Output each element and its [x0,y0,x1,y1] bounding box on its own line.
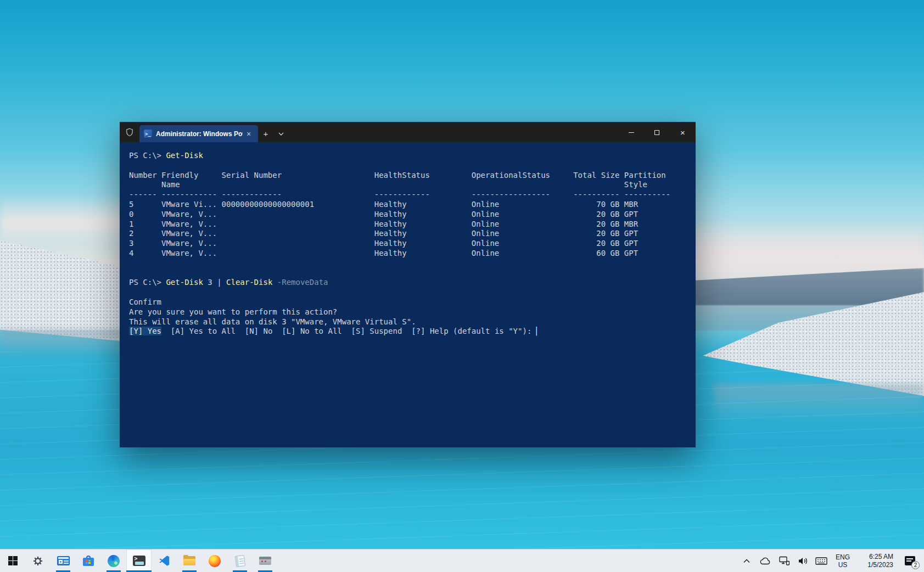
maximize-button[interactable] [644,122,670,143]
close-button[interactable]: × [670,122,696,143]
notification-badge: 2 [911,561,920,569]
terminal-line: PS C:\> Get-Disk 3 | Clear-Disk -RemoveD… [129,278,696,288]
tray-onedrive-button[interactable] [756,549,775,572]
taskbar-settings-button[interactable] [25,549,51,572]
table-row: 2 VMware, V... Healthy Online 20 GB GPT [129,229,638,238]
terminal-line: This will erase all data on disk 3 "VMwa… [129,317,696,327]
table-row: 0 VMware, V... Healthy Online 20 GB GPT [129,210,638,218]
confirm-warning: This will erase all data on disk 3 "VMwa… [129,317,416,326]
confirm-choices: [A] Yes to All [N] No [L] No to All [S] … [161,327,536,335]
tab-dropdown-button[interactable] [273,125,289,142]
taskbar-edge-button[interactable] [101,549,126,572]
cloud-icon [760,557,771,565]
microsoft-store-icon [83,556,94,566]
admin-shield-icon [120,122,139,142]
confirm-question: Are you sure you want to perform this ac… [129,307,337,316]
terminal-output[interactable]: PS C:\> Get-Disk Number Friendly Serial … [120,142,696,447]
clock[interactable]: 6:25 AM 1/5/2023 [857,553,893,569]
table-header: Number Friendly Serial Number HealthStat… [129,171,666,180]
table-row: 3 VMware, V... Healthy Online 20 GB GPT [129,239,638,248]
terminal-line: Number Friendly Serial Number HealthStat… [129,171,696,181]
table-row: 1 VMware, V... Healthy Online 20 GB MBR [129,220,638,228]
speaker-icon [798,557,808,565]
taskbar-notepad-button[interactable] [227,549,253,572]
table-header: Name Style [129,180,647,189]
taskbar-explorer-button[interactable] [177,549,202,572]
system-window-icon [57,556,70,565]
table-row: 4 VMware, V... Healthy Online 60 GB GPT [129,249,638,257]
start-button[interactable] [0,549,25,572]
terminal-line: ------ ------------ ------------- ------… [129,190,696,200]
titlebar[interactable]: >_ Administrator: Windows Powe × + × [120,122,696,142]
taskbar-firefox-button[interactable] [202,549,227,572]
firefox-icon [209,555,221,567]
terminal-line: 3 VMware, V... Healthy Online 20 GB GPT [129,239,696,249]
chevron-up-icon [743,559,750,563]
edge-browser-icon [108,555,120,567]
start-icon [8,556,18,565]
terminal-line: Are you sure you want to perform this ac… [129,307,696,317]
command-get-disk-3: Get-Disk [166,278,203,287]
touch-keyboard-icon [815,557,827,565]
language-region: US [831,561,855,569]
terminal-line [129,259,696,268]
close-icon: × [680,128,685,137]
table-divider: ------ ------------ ------------- ------… [129,190,670,199]
tray-network-button[interactable] [775,549,793,572]
taskbar-recorder-button[interactable] [253,549,278,572]
tray-volume-button[interactable] [793,549,812,572]
terminal-window: >_ Administrator: Windows Powe × + × PS … [120,122,696,447]
tab-title: Administrator: Windows Powe [156,130,243,138]
tray-date: 1/5/2023 [857,561,893,569]
confirm-default-choice: [Y] Yes [129,327,161,335]
taskbar-terminal-button[interactable]: > [126,549,152,572]
parameter-removedata: -RemoveData [277,278,328,287]
terminal-line: 5 VMware Vi... 00000000000000000001 Heal… [129,200,696,210]
terminal-line: 0 VMware, V... Healthy Online 20 GB GPT [129,210,696,220]
minimize-button[interactable] [618,122,644,143]
network-icon [779,556,789,565]
terminal-line: Confirm [129,298,696,307]
table-row: 5 VMware Vi... 00000000000000000001 Heal… [129,200,638,209]
command-get-disk: Get-Disk [166,151,203,160]
tab-close-icon[interactable]: × [247,130,251,138]
terminal-line: Name Style [129,180,696,190]
maximize-icon [654,130,659,135]
tab-powershell[interactable]: >_ Administrator: Windows Powe × [139,125,258,142]
taskbar-vscode-button[interactable] [152,549,177,572]
terminal-line: 4 VMware, V... Healthy Online 60 GB GPT [129,249,696,259]
system-tray: ENG US 6:25 AM 1/5/2023 2 [737,549,924,572]
terminal-line: 2 VMware, V... Healthy Online 20 GB GPT [129,229,696,239]
taskbar-buttons: > [0,549,278,572]
terminal-line [129,268,696,278]
language-indicator[interactable]: ENG US [831,553,855,569]
desktop: >_ Administrator: Windows Powe × + × PS … [0,0,924,572]
terminal-line: 1 VMware, V... Healthy Online 20 GB MBR [129,220,696,229]
recorder-icon [259,557,271,565]
action-center-button[interactable]: 2 [899,549,921,572]
powershell-icon: >_ [144,130,152,138]
taskbar-store-button[interactable] [76,549,101,572]
tray-time: 6:25 AM [857,553,893,561]
terminal-line: [Y] Yes [A] Yes to All [N] No [L] No to … [129,327,696,337]
vscode-icon [159,555,170,567]
settings-gear-icon [32,555,44,567]
tray-keyboard-button[interactable] [812,549,831,572]
taskbar: > [0,549,924,572]
new-tab-button[interactable]: + [258,125,273,142]
terminal-line [129,288,696,298]
command-clear-disk: Clear-Disk [226,278,272,287]
language-code: ENG [831,553,855,561]
windows-terminal-icon: > [133,556,145,566]
terminal-line [129,161,696,171]
file-explorer-icon [183,556,195,565]
terminal-line: PS C:\> Get-Disk [129,151,696,161]
notepad-icon [234,555,245,567]
minimize-icon [629,132,634,133]
taskbar-system-button[interactable] [51,549,76,572]
confirm-title: Confirm [129,298,161,306]
tray-chevron-button[interactable] [737,549,756,572]
terminal-cursor: ▏ [536,327,541,335]
